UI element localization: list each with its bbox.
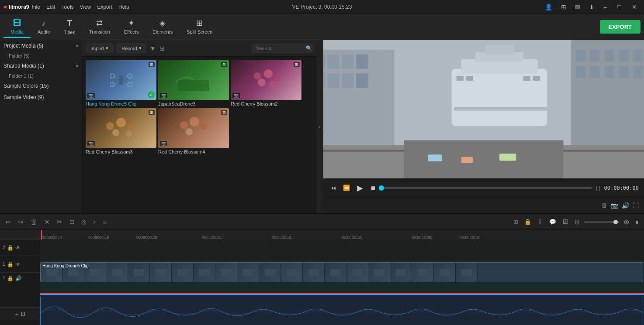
menu-tools[interactable]: Tools xyxy=(62,4,74,10)
user-icon[interactable]: 👤 xyxy=(542,3,555,11)
track1-row: Hong Kong Drone5 Clip xyxy=(40,261,644,294)
fullscreen-monitor-icon[interactable]: 🖥 xyxy=(601,202,607,209)
japan-bottom-info: 📷 xyxy=(160,93,167,98)
maximize-button[interactable]: □ xyxy=(614,3,625,11)
audio-speaker-icon[interactable]: 🔊 xyxy=(15,275,22,281)
stop-button[interactable]: ⏹ xyxy=(368,184,378,192)
subtitle-icon[interactable]: 💬 xyxy=(547,218,558,226)
preview-timeline-slider[interactable] xyxy=(381,187,592,189)
svg-rect-29 xyxy=(328,55,339,69)
track1-lock-icon[interactable]: 🔒 xyxy=(7,261,14,267)
menu-file[interactable]: File xyxy=(32,4,40,10)
hk-camera-icon: 📷 xyxy=(89,93,93,98)
audio-track-number: 1 xyxy=(3,275,5,280)
sidebar-item-folder[interactable]: Folder (5) xyxy=(0,51,82,60)
record-button[interactable]: Record ▾ xyxy=(117,43,146,53)
menu-edit[interactable]: Edit xyxy=(46,4,55,10)
add-video-track-button[interactable]: + 🎞 xyxy=(0,308,40,320)
lock-icon[interactable]: 🔒 xyxy=(523,218,533,226)
crop-button[interactable]: ⊡ xyxy=(68,218,76,226)
detach-button[interactable]: ✕ xyxy=(42,217,52,227)
audio-clip[interactable] xyxy=(40,296,643,325)
playhead[interactable] xyxy=(41,230,42,239)
search-icon[interactable]: 🔍 xyxy=(306,45,312,51)
mail-icon[interactable]: ✉ xyxy=(572,3,583,11)
settings-button[interactable]: ≡ xyxy=(101,217,109,226)
japan-visual xyxy=(158,60,229,100)
track1-eye-icon[interactable]: 👁 xyxy=(15,261,21,267)
clip-mode-icon[interactable]: ⊞ xyxy=(512,218,520,226)
sidebar-item-project-media[interactable]: Project Media (5) ▾ xyxy=(0,40,82,51)
snapshot-icon[interactable]: 📷 xyxy=(611,202,618,209)
media-item-cherry2[interactable]: ⊞ 📷 Red Cherry Blossom2 xyxy=(231,60,301,106)
track2-row xyxy=(40,239,644,261)
minimize-button[interactable]: – xyxy=(600,3,611,11)
titles-icon: T xyxy=(67,18,72,28)
menu-export[interactable]: Export xyxy=(97,4,112,10)
zoom-slider[interactable] xyxy=(584,221,619,223)
audio-button[interactable]: ♪ xyxy=(91,218,98,226)
track2-eye-icon[interactable]: 👁 xyxy=(15,245,21,251)
title-bar: ■ filmora9 File Edit Tools View Export H… xyxy=(0,0,644,14)
export-button[interactable]: EXPORT xyxy=(600,20,641,34)
video-clip[interactable]: Hong Kong Drone5 Clip xyxy=(40,262,643,282)
mic-icon[interactable]: 🎙 xyxy=(536,218,545,226)
color-button[interactable]: ◎ xyxy=(80,218,88,226)
import-button[interactable]: Import ▾ xyxy=(86,43,113,53)
split-button[interactable]: ✂ xyxy=(55,217,64,227)
svg-rect-1 xyxy=(119,75,123,85)
cherry4-visual xyxy=(158,108,229,148)
zoom-in-icon[interactable]: ⊕ xyxy=(622,217,631,227)
svg-rect-40 xyxy=(457,76,464,81)
toolbar-audio[interactable]: ♪ Audio xyxy=(31,16,57,38)
download-icon[interactable]: ⬇ xyxy=(586,3,597,11)
volume-icon[interactable]: 🔊 xyxy=(622,202,629,209)
play-button[interactable]: ▶ xyxy=(355,182,365,194)
layout-icon[interactable]: ⊞ xyxy=(558,3,569,11)
media-item-cherry3[interactable]: ⊞ 📷 Red Cherry Blossom3 xyxy=(86,108,156,154)
main-area: Project Media (5) ▾ Folder (5) Shared Me… xyxy=(0,40,644,213)
redo-button[interactable]: ↪ xyxy=(16,217,25,227)
rewind-button[interactable]: ⏪ xyxy=(341,184,352,192)
toolbar-elements[interactable]: ◈ Elements xyxy=(145,16,180,38)
hk-grid-icon: ⊞ xyxy=(149,62,155,67)
search-input[interactable] xyxy=(256,46,304,51)
toolbar-media[interactable]: 🎞 Media xyxy=(3,16,31,38)
toolbar-splitscreen[interactable]: ⊞ Split Screen xyxy=(180,16,219,38)
fit-icon[interactable]: ∎ xyxy=(634,218,641,226)
media-icon: 🎞 xyxy=(13,19,21,28)
sample-video-label: Sample Video (9) xyxy=(3,94,44,100)
toolbar-transition[interactable]: ⇄ Transition xyxy=(82,16,117,38)
close-button[interactable]: ✕ xyxy=(628,3,641,11)
prev-frame-button[interactable]: ⏮ xyxy=(329,184,338,192)
media-item-japan[interactable]: ⊞ 📷 JapanSeaDrone3 xyxy=(158,60,229,106)
track-controls: 2 🔒 👁 1 🔒 👁 1 🔒 🔊 + 🎞 xyxy=(0,230,40,325)
zoom-out-icon[interactable]: ⊖ xyxy=(572,217,582,227)
sidebar-item-folder1[interactable]: Folder 1 (1) xyxy=(0,72,82,80)
japan-svg xyxy=(176,69,211,91)
track2-lock-icon[interactable]: 🔒 xyxy=(7,245,14,251)
sidebar-item-shared-media[interactable]: Shared Media (1) ▾ xyxy=(0,60,82,72)
sidebar-item-sample-video[interactable]: Sample Video (9) xyxy=(0,92,82,103)
filter-icon[interactable]: ▼ xyxy=(150,45,156,52)
expand-icon[interactable]: ⛶ xyxy=(633,202,639,209)
toolbar-effects[interactable]: ✦ Effects xyxy=(117,16,145,38)
menu-help[interactable]: Help xyxy=(118,4,129,10)
hk-bottom-info: 📷 xyxy=(87,93,95,98)
collapse-arrow[interactable]: ‹ xyxy=(317,40,323,213)
frame-icon[interactable]: 🖼 xyxy=(561,218,570,226)
delete-button[interactable]: 🗑 xyxy=(29,217,39,226)
transition-icon: ⇄ xyxy=(96,18,103,28)
grid-view-icon[interactable]: ⊞ xyxy=(159,45,165,52)
undo-button[interactable]: ↩ xyxy=(3,217,13,227)
bracket-left-icon[interactable]: { } xyxy=(596,185,600,191)
menu-view[interactable]: View xyxy=(80,4,91,10)
sidebar-item-sample-colors[interactable]: Sample Colors (15) xyxy=(0,80,82,92)
cherry2-visual xyxy=(231,60,301,100)
media-item-hk[interactable]: ⊞ 📷 ✓ Hong Kong Drone5 Clip xyxy=(86,60,156,106)
media-item-cherry4[interactable]: ⊞ 📷 Red Cherry Blossom4 xyxy=(158,108,229,154)
audio-label: Audio xyxy=(38,29,50,34)
audio-lock-icon[interactable]: 🔒 xyxy=(7,275,14,281)
ruler-mark-1: 00:00:00:10 xyxy=(88,235,109,239)
toolbar-titles[interactable]: T Titles xyxy=(57,16,82,38)
